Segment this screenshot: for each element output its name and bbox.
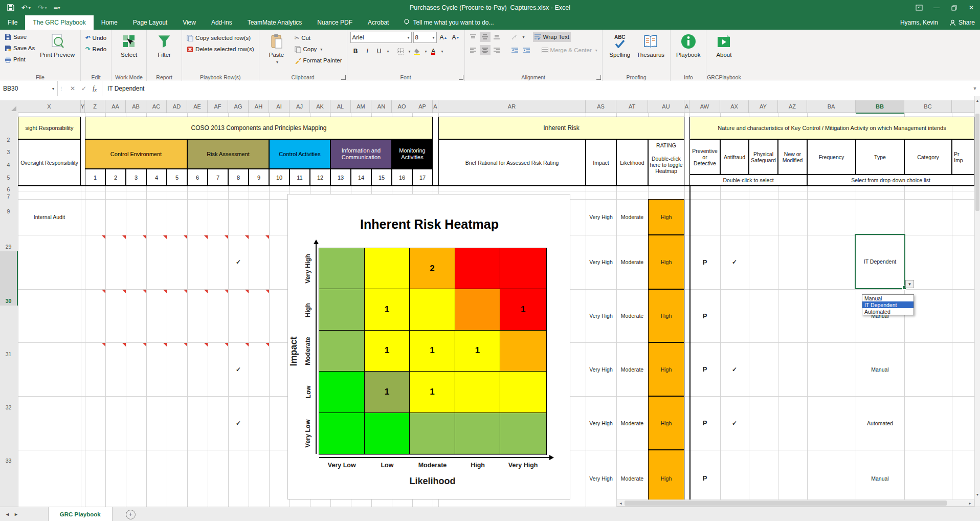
row-header-33[interactable]: 33 xyxy=(0,458,17,464)
column-header-AG[interactable]: AG xyxy=(228,100,249,113)
playbook-button[interactable]: Playbook xyxy=(674,32,703,59)
row-header-32[interactable]: 32 xyxy=(0,404,17,410)
cell-rating[interactable]: High xyxy=(648,450,684,507)
column-header-AO[interactable]: AO xyxy=(392,100,412,113)
cell-rating[interactable]: High xyxy=(648,235,684,289)
grow-font-button[interactable]: A▲ xyxy=(438,32,449,42)
column-header-AA[interactable]: AA xyxy=(105,100,126,113)
fill-color-dropdown[interactable]: ▾ xyxy=(425,49,427,54)
cell-likelihood[interactable]: Moderate xyxy=(616,235,648,289)
ribbon-tab-teammate-analytics[interactable]: TeamMate Analytics xyxy=(240,15,310,30)
column-header-AR[interactable]: AR xyxy=(438,100,586,113)
cell-preventive[interactable]: P xyxy=(689,342,720,396)
select-all-corner[interactable] xyxy=(0,100,18,113)
row-header-9[interactable]: 9 xyxy=(0,208,17,214)
column-header-AE[interactable]: AE xyxy=(187,100,208,113)
merge-center-button[interactable]: Merge & Center▾ xyxy=(540,45,599,55)
column-header-Z[interactable]: Z xyxy=(85,100,105,113)
align-left-button[interactable] xyxy=(468,45,479,55)
enter-icon[interactable]: ✓ xyxy=(81,85,86,92)
column-header-AD[interactable]: AD xyxy=(167,100,187,113)
column-header-BB[interactable]: BB xyxy=(856,100,904,114)
name-box-splitter[interactable]: ⋮ xyxy=(58,81,65,96)
column-header-AC[interactable]: AC xyxy=(146,100,167,113)
cell-impact[interactable]: Very High xyxy=(586,396,616,450)
column-header-AS[interactable]: AS xyxy=(586,100,616,113)
borders-button[interactable] xyxy=(395,46,406,56)
font-dialog-launcher[interactable] xyxy=(459,75,463,80)
orientation-button[interactable] xyxy=(509,32,520,42)
orientation-dropdown[interactable]: ▾ xyxy=(523,35,525,39)
align-center-button[interactable] xyxy=(480,45,491,55)
undo-button[interactable]: ↶Undo xyxy=(84,33,108,43)
cell-likelihood[interactable]: Moderate xyxy=(616,289,648,342)
formula-bar-expand-icon[interactable]: ▼ xyxy=(970,81,980,96)
insert-function-icon[interactable]: fx xyxy=(93,84,97,93)
ribbon-tab-home[interactable]: Home xyxy=(94,15,125,30)
cell-control-type[interactable]: Manual xyxy=(856,450,904,507)
column-header-AX[interactable]: AX xyxy=(720,100,749,113)
borders-dropdown[interactable]: ▾ xyxy=(409,49,411,54)
top-align-button[interactable] xyxy=(468,32,479,42)
print-preview-button[interactable]: Print Preview xyxy=(37,32,77,64)
column-header-AZ[interactable]: AZ xyxy=(778,100,807,113)
ribbon-tab-page-layout[interactable]: Page Layout xyxy=(125,15,175,30)
share-button[interactable]: Share xyxy=(949,19,975,26)
cell-antifraud[interactable]: ✓ xyxy=(720,396,749,450)
column-header-idx32[interactable] xyxy=(952,100,974,113)
row-header-3[interactable]: 3 xyxy=(0,149,17,155)
bottom-align-button[interactable] xyxy=(492,32,502,42)
ribbon-tab-nuance-pdf[interactable]: Nuance PDF xyxy=(309,15,360,30)
restore-button[interactable] xyxy=(945,0,963,15)
cell-impact[interactable]: Very High xyxy=(586,342,616,396)
middle-align-button[interactable] xyxy=(480,32,491,42)
minimize-button[interactable]: — xyxy=(928,0,945,15)
decrease-indent-button[interactable] xyxy=(509,45,520,55)
font-name-combo[interactable]: Ariel▾ xyxy=(350,32,412,43)
cell-antifraud[interactable]: ✓ xyxy=(720,342,749,396)
cell-impact[interactable]: Very High xyxy=(586,289,616,342)
cut-button[interactable]: ✂Cut xyxy=(293,33,344,43)
cell-rating[interactable]: High xyxy=(648,342,684,396)
column-header-AH[interactable]: AH xyxy=(249,100,269,113)
cell-likelihood[interactable]: Moderate xyxy=(616,450,648,507)
ribbon-display-options-icon[interactable] xyxy=(910,0,928,15)
sheet-nav-next-icon[interactable]: ► xyxy=(14,512,18,517)
column-header-AB[interactable]: AB xyxy=(126,100,146,113)
row-header-6[interactable]: 6 xyxy=(0,186,17,192)
user-name[interactable]: Hyams, Kevin xyxy=(900,19,938,26)
cancel-icon[interactable]: ✕ xyxy=(70,85,75,92)
thesaurus-button[interactable]: Thesaurus xyxy=(634,32,667,59)
row-header-7[interactable]: 7 xyxy=(0,193,17,200)
save-as-button[interactable]: Save As xyxy=(3,43,36,53)
column-header-Y[interactable]: Y xyxy=(81,100,85,113)
cell-likelihood[interactable]: Moderate xyxy=(616,199,648,235)
ribbon-tab-the-grc-playbook[interactable]: The GRC Playbook xyxy=(25,15,93,30)
cell-rating[interactable]: High xyxy=(648,396,684,450)
vertical-scroll-thumb[interactable] xyxy=(975,114,979,211)
fill-color-button[interactable] xyxy=(412,46,422,56)
row-header-30[interactable]: 30 xyxy=(0,298,17,304)
new-sheet-button[interactable]: + xyxy=(126,510,136,519)
print-button[interactable]: Print xyxy=(3,54,36,64)
column-header-AT[interactable]: AT xyxy=(616,100,648,113)
format-painter-button[interactable]: Format Painter xyxy=(293,55,344,66)
redo-button[interactable]: ↷Redo xyxy=(84,44,108,54)
close-button[interactable]: ✕ xyxy=(963,0,980,15)
column-header-AL[interactable]: AL xyxy=(330,100,351,113)
copy-selected-rows-button[interactable]: Copy selected row(s) xyxy=(185,33,255,43)
ribbon-tab-acrobat[interactable]: Acrobat xyxy=(360,15,396,30)
underline-dropdown[interactable]: ▾ xyxy=(387,49,389,54)
cell-left-label[interactable]: Internal Audit xyxy=(18,199,81,235)
shrink-font-button[interactable]: A▼ xyxy=(451,32,461,42)
underline-button[interactable]: U xyxy=(374,46,385,56)
validation-dropdown-list[interactable]: ManualIT DependentAutomated xyxy=(862,294,914,315)
cell-likelihood[interactable]: Moderate xyxy=(616,342,648,396)
alignment-dialog-launcher[interactable] xyxy=(596,75,601,80)
horizontal-scrollbar[interactable]: ◄ ► xyxy=(616,500,974,507)
row-header-5[interactable]: 5 xyxy=(0,175,17,181)
column-header-AU[interactable]: AU xyxy=(648,100,684,113)
column-header-BA[interactable]: BA xyxy=(807,100,856,113)
column-header-AK[interactable]: AK xyxy=(310,100,330,113)
ribbon-tab-file[interactable]: File xyxy=(0,15,25,30)
